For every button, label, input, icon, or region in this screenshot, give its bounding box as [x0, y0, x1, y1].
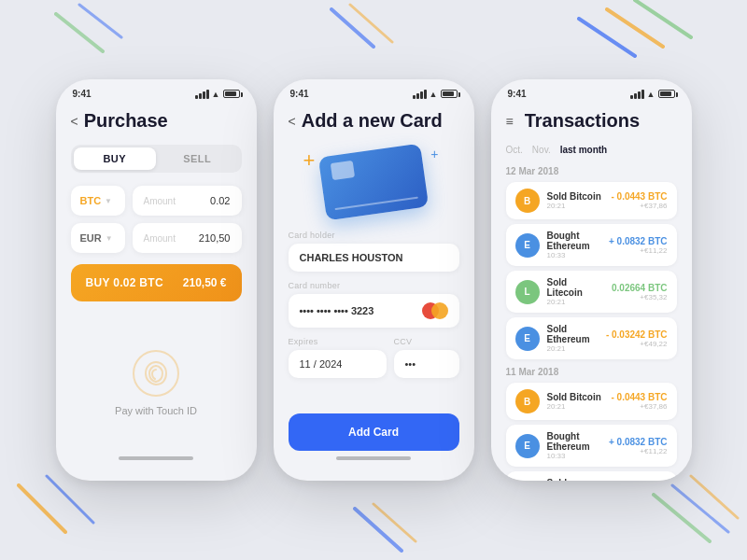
buy-button[interactable]: BUY 0.02 BTC 210,50 €: [71, 264, 242, 301]
crypto-chevron: ▼: [105, 197, 112, 205]
phones-container: 9:41 ▲ < Purchase BUY: [56, 79, 692, 481]
add-card-button[interactable]: Add Card: [289, 413, 459, 451]
tx-btc: - 0.0443 BTC: [611, 392, 667, 402]
card-number-value: •••• •••• •••• 3223: [300, 305, 374, 316]
time-2: 9:41: [290, 89, 309, 99]
crypto-input-row: BTC ▼ Amount 0.02: [71, 186, 242, 216]
svg-line-0: [579, 19, 635, 56]
card-plus-icon: +: [303, 148, 316, 173]
purchase-header: < Purchase: [71, 110, 242, 132]
battery-icon-2: [441, 90, 458, 98]
svg-line-9: [654, 495, 710, 541]
tx-time: 20:21: [547, 202, 604, 210]
tx-amounts: - 0.0443 BTC +€37,86: [611, 392, 667, 411]
date-header-2: 11 Mar 2018: [506, 367, 677, 377]
purchase-title: Purchase: [84, 110, 168, 132]
tx-btc: + 0.0832 BTC: [609, 437, 668, 447]
signal-icon-3: [630, 90, 644, 99]
tx-time: 20:21: [547, 402, 604, 411]
add-card-title: Add a new Card: [302, 110, 443, 132]
buy-tab[interactable]: BUY: [74, 147, 157, 170]
tx-btc: - 0.0443 BTC: [611, 191, 667, 202]
transactions-title: Transactions: [525, 110, 640, 132]
card-visual-container: + +: [289, 145, 459, 219]
expires-label: Expires: [289, 337, 387, 346]
transactions-header: ≡ Transactions: [506, 110, 677, 132]
tx-name: Sold Bitcoin: [547, 392, 604, 402]
fingerprint-icon: [132, 349, 180, 398]
expires-wrapper: Expires 11 / 2024: [289, 337, 387, 378]
table-row: B Sold Bitcoin 20:21 - 0.0443 BTC +€37,8…: [506, 383, 677, 420]
time-1: 9:41: [73, 89, 92, 99]
card-number-input[interactable]: •••• •••• •••• 3223: [289, 294, 459, 328]
filter-oct[interactable]: Oct.: [506, 145, 523, 155]
fiat-label: EUR: [80, 232, 102, 244]
avatar: B: [515, 389, 540, 413]
touch-id-label: Pay with Touch ID: [115, 405, 197, 416]
back-arrow-2[interactable]: <: [289, 114, 296, 129]
battery-icon-1: [223, 90, 240, 98]
tx-eur: +€37,86: [611, 202, 667, 210]
expires-input[interactable]: 11 / 2024: [289, 350, 387, 378]
fiat-type-select[interactable]: EUR ▼: [71, 223, 125, 253]
tx-list-1: B Sold Bitcoin 20:21 - 0.0443 BTC +€37,8…: [506, 182, 677, 359]
tx-amounts: - 0.0443 BTC +€37,86: [611, 191, 667, 210]
date-header-1: 12 Mar 2018: [506, 166, 677, 176]
phone-transactions: 9:41 ▲ ≡ Transactions Oct.: [491, 79, 692, 481]
add-card-header: < Add a new Card: [289, 110, 459, 132]
fiat-amount-value: 210,50: [199, 232, 231, 244]
tx-eur: +€11,22: [609, 447, 668, 455]
svg-line-6: [79, 5, 121, 37]
tx-amounts: + 0.0832 BTC +€11,22: [609, 437, 668, 455]
crypto-type-select[interactable]: BTC ▼: [71, 186, 125, 216]
svg-line-12: [355, 509, 402, 551]
crypto-amount-field[interactable]: Amount 0.02: [133, 186, 242, 216]
ccv-wrapper: CCV •••: [394, 337, 459, 378]
tx-time: 10:33: [547, 251, 601, 259]
status-bar-3: 9:41 ▲: [491, 79, 692, 103]
table-row: E Bought Ethereum 10:33 + 0.0832 BTC +€1…: [506, 224, 677, 266]
tx-eur: +€35,32: [612, 293, 667, 301]
menu-icon[interactable]: ≡: [506, 114, 514, 129]
avatar: L: [515, 280, 540, 304]
signal-icon-2: [413, 90, 427, 99]
avatar: L: [515, 481, 540, 482]
tx-name: Sold Litecoin: [547, 277, 605, 298]
tx-name: Sold Litecoin: [547, 478, 605, 481]
sell-tab[interactable]: SELL: [156, 147, 239, 170]
avatar: B: [515, 189, 540, 213]
status-icons-2: ▲: [413, 90, 458, 99]
filter-nov[interactable]: Nov.: [532, 145, 551, 155]
svg-line-8: [47, 476, 93, 523]
buy-button-label: BUY 0.02 BTC: [86, 276, 163, 289]
tx-time: 20:21: [547, 344, 599, 353]
time-3: 9:41: [508, 89, 527, 99]
filter-last-month[interactable]: last month: [560, 145, 608, 155]
tx-btc: + 0.0832 BTC: [609, 236, 668, 246]
table-row: E Sold Ethereum 20:21 - 0.03242 BTC +€49…: [506, 317, 677, 359]
avatar: E: [515, 233, 540, 258]
back-arrow-1[interactable]: <: [71, 114, 78, 129]
tx-amounts: + 0.0832 BTC +€11,22: [609, 236, 668, 255]
tx-list-2: B Sold Bitcoin 20:21 - 0.0443 BTC +€37,8…: [506, 383, 677, 481]
card-holder-label: Card holder: [289, 231, 459, 240]
wifi-icon-2: ▲: [430, 90, 438, 99]
tx-info: Bought Ethereum 10:33: [547, 231, 601, 259]
purchase-content: < Purchase BUY SELL BTC ▼ Amount 0.02: [56, 103, 257, 481]
card-holder-input[interactable]: CHARLES HOUSTON: [289, 244, 459, 272]
wifi-icon-3: ▲: [647, 90, 655, 99]
status-bar-2: 9:41 ▲: [274, 79, 474, 103]
tx-info: Sold Ethereum 20:21: [547, 324, 599, 353]
tx-name: Bought Ethereum: [547, 231, 601, 251]
tx-info: Bought Ethereum 10:33: [547, 431, 601, 460]
table-row: L Sold Litecoin 20:21 0.02664 BTC +€35,3…: [506, 471, 677, 481]
tx-eur: +€49,22: [606, 340, 668, 348]
touch-id-section[interactable]: Pay with Touch ID: [71, 315, 242, 451]
avatar: E: [515, 434, 540, 458]
table-row: L Sold Litecoin 20:21 0.02664 BTC +€35,3…: [506, 271, 677, 313]
tx-eur: +€11,22: [609, 246, 668, 255]
ccv-input[interactable]: •••: [394, 350, 459, 378]
svg-line-2: [635, 0, 691, 37]
fiat-amount-field[interactable]: Amount 210,50: [133, 223, 242, 253]
card-graphic: [318, 144, 429, 221]
